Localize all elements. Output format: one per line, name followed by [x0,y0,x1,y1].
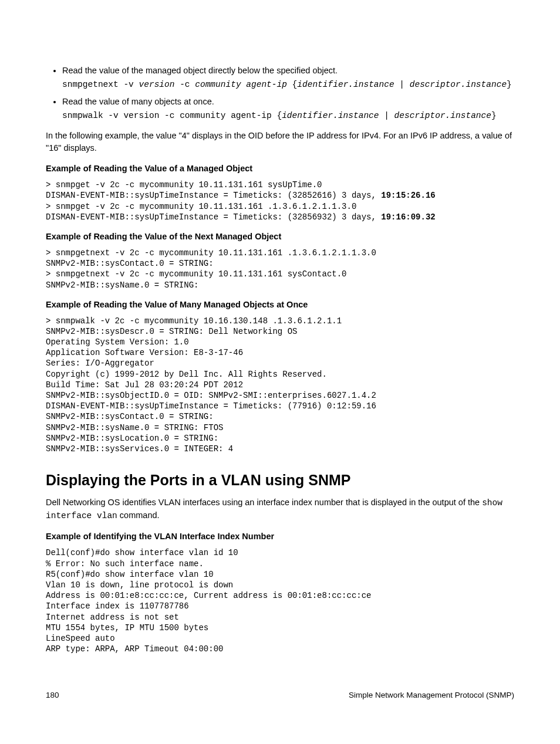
page-footer: 180 Simple Network Management Protocol (… [46,689,514,701]
syntax-line-2: snmpwalk -v version -c community agent-i… [62,110,514,122]
footer-label: Simple Network Management Protocol (SNMP… [349,689,514,701]
body-paragraph-1: In the following example, the value "4" … [46,130,514,154]
example-3-title: Example of Reading the Value of Many Man… [46,299,514,311]
bullet-text-2: Read the value of many objects at once. [62,97,214,106]
example-4-title: Example of Identifying the VLAN Interfac… [46,530,514,543]
footer-page-number: 180 [46,689,59,701]
syntax-line-1: snmpgetnext -v version -c community agen… [62,79,514,91]
example-2-code: > snmpgetnext -v 2c -c mycommunity 10.11… [46,248,514,290]
body-paragraph-2: Dell Networking OS identifies VLAN inter… [46,496,514,522]
example-2-title: Example of Reading the Value of the Next… [46,231,514,243]
example-3-code: > snmpwalk -v 2c -c mycommunity 10.16.13… [46,316,514,454]
bullet-text-1: Read the value of the managed object dir… [62,66,338,75]
example-4-code: Dell(conf)#do show interface vlan id 10 … [46,547,514,654]
bullet-list: Read the value of the managed object dir… [46,65,514,121]
section-heading: Displaying the Ports in a VLAN using SNM… [46,469,514,491]
example-1-title: Example of Reading the Value of a Manage… [46,163,514,175]
bullet-item-1: Read the value of the managed object dir… [62,65,514,91]
example-1-code: > snmpget -v 2c -c mycommunity 10.11.131… [46,180,514,222]
bullet-item-2: Read the value of many objects at once. … [62,96,514,122]
